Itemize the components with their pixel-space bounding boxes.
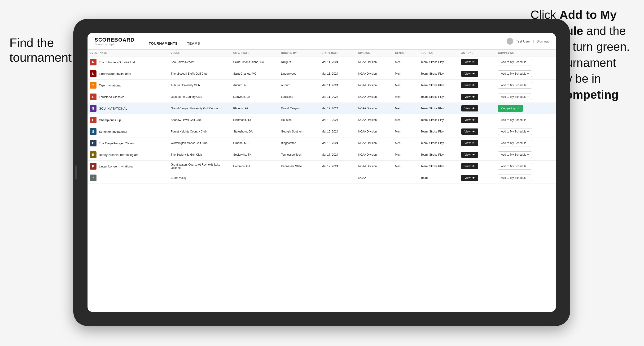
table-row: ?Brook ValleyNCAATeam,View 👁Add to My Sc…: [88, 172, 556, 184]
city-cell: Urbana, MD: [231, 138, 278, 149]
division-cell: NCAA Division I: [356, 114, 392, 126]
col-header-gender: GENDER: [392, 50, 418, 56]
team-logo: G: [90, 105, 96, 112]
competing-cell: Add to My Schedule +: [496, 91, 556, 103]
gender-cell: Men: [392, 149, 418, 161]
tablet-frame: SCOREBOARD Powered by clippd TOURNAMENTS…: [73, 19, 570, 326]
col-header-division: DIVISION: [356, 50, 392, 56]
gender-cell: Men: [392, 56, 418, 68]
start-date-cell: Mar 15, 2024: [319, 126, 356, 138]
add-to-schedule-button[interactable]: Add to My Schedule +: [498, 94, 532, 100]
add-to-schedule-button[interactable]: Add to My Schedule +: [498, 82, 532, 89]
tournaments-table: EVENT NAME VENUE CITY, STATE HOSTED BY S…: [88, 50, 556, 184]
table-row: BBobby Nichols IntercollegiateThe Sevier…: [88, 149, 556, 161]
add-to-schedule-button[interactable]: Add to My Schedule +: [498, 59, 532, 65]
col-header-city: CITY, STATE: [231, 50, 278, 56]
city-cell: Auburn, AL: [231, 80, 278, 91]
competing-cell: Competing ✓: [496, 103, 556, 114]
hosted-cell: Lindenwood: [278, 68, 319, 80]
event-name: Louisiana Classics: [99, 95, 124, 99]
add-to-schedule-button[interactable]: Add to My Schedule +: [498, 117, 532, 123]
col-header-venue: VENUE: [168, 50, 231, 56]
event-cell: GGCU INVITATIONAL: [90, 105, 166, 112]
add-to-schedule-button[interactable]: Add to My Schedule +: [498, 174, 532, 181]
sign-out-link[interactable]: Sign out: [537, 39, 549, 43]
actions-cell: View 👁: [459, 161, 496, 172]
scoring-cell: Team, Stroke Play: [418, 103, 459, 114]
view-button[interactable]: View 👁: [461, 82, 478, 88]
view-button[interactable]: View 👁: [461, 59, 478, 65]
event-name: The Johnnie - O Individual: [99, 60, 135, 64]
competing-cell: Add to My Schedule +: [496, 114, 556, 126]
add-to-schedule-button[interactable]: Add to My Schedule +: [498, 140, 532, 147]
gender-cell: Men: [392, 114, 418, 126]
view-button[interactable]: View 👁: [461, 71, 478, 77]
event-cell: BThe Carpetbagger Classic: [90, 140, 166, 147]
venue-cell: Grand Canyon University Golf Course: [168, 103, 231, 114]
view-button[interactable]: View 👁: [461, 175, 478, 181]
table-row: TTiger InvitationalAuburn University Clu…: [88, 80, 556, 91]
team-logo: L: [90, 94, 96, 100]
view-button[interactable]: View 👁: [461, 140, 478, 146]
division-cell: NCAA Division I: [356, 68, 392, 80]
scoring-cell: Team, Stroke Play: [418, 68, 459, 80]
find-tournament-annotation: Find thetournament.: [10, 35, 75, 65]
event-cell: ?: [90, 174, 166, 181]
hosted-cell: Binghamton: [278, 138, 319, 149]
competing-cell: Add to My Schedule +: [496, 149, 556, 161]
col-header-start: START DATE: [319, 50, 356, 56]
venue-cell: The Missouri Bluffs Golf Club: [168, 68, 231, 80]
add-to-schedule-button[interactable]: Add to My Schedule +: [498, 163, 532, 170]
city-cell: Phoenix, AZ: [231, 103, 278, 114]
view-button[interactable]: View 👁: [461, 117, 478, 123]
team-logo: S: [90, 128, 96, 135]
tab-teams[interactable]: TEAMS: [182, 41, 205, 49]
view-button[interactable]: View 👁: [461, 105, 478, 112]
team-logo: T: [90, 82, 96, 89]
start-date-cell: Mar 11, 2024: [319, 68, 356, 80]
table-header-row: EVENT NAME VENUE CITY, STATE HOSTED BY S…: [88, 50, 556, 56]
eye-icon: 👁: [472, 165, 475, 168]
check-icon: ✓: [517, 107, 520, 110]
view-button[interactable]: View 👁: [461, 94, 478, 100]
view-button[interactable]: View 👁: [461, 152, 478, 158]
city-cell: [231, 172, 278, 184]
city-cell: Saint Simons Island, GA: [231, 56, 278, 68]
logo-area: SCOREBOARD Powered by clippd: [94, 37, 134, 46]
table-row: RThe Johnnie - O IndividualSea Palms Res…: [88, 56, 556, 68]
scoring-cell: Team, Stroke Play: [418, 80, 459, 91]
tablet-screen: SCOREBOARD Powered by clippd TOURNAMENTS…: [88, 33, 556, 312]
start-date-cell: Mar 13, 2024: [319, 114, 356, 126]
team-logo: K: [90, 163, 96, 170]
nav-divider: |: [533, 39, 534, 43]
actions-cell: View 👁: [459, 103, 496, 114]
hosted-cell: [278, 172, 319, 184]
tab-tournaments[interactable]: TOURNAMENTS: [144, 41, 182, 49]
start-date-cell: Mar 11, 2024: [319, 56, 356, 68]
add-to-schedule-button[interactable]: Add to My Schedule +: [498, 128, 532, 135]
gender-cell: [392, 172, 418, 184]
view-button[interactable]: View 👁: [461, 129, 478, 135]
event-cell: LLouisiana Classics: [90, 94, 166, 100]
actions-cell: View 👁: [459, 80, 496, 91]
city-cell: Richmond, TX: [231, 114, 278, 126]
competing-button[interactable]: Competing ✓: [498, 105, 523, 112]
division-cell: NCAA Division I: [356, 138, 392, 149]
eye-icon: 👁: [472, 176, 475, 179]
eye-icon: 👁: [472, 95, 475, 99]
add-to-schedule-button[interactable]: Add to My Schedule +: [498, 151, 532, 158]
hosted-cell: Rutgers: [278, 56, 319, 68]
actions-cell: View 👁: [459, 91, 496, 103]
scoring-cell: Team, Stroke Play: [418, 138, 459, 149]
view-button[interactable]: View 👁: [461, 163, 478, 169]
competing-cell: Add to My Schedule +: [496, 138, 556, 149]
event-cell: SSchenkel Invitational: [90, 128, 166, 135]
division-cell: NCAA Division I: [356, 91, 392, 103]
event-name: Bobby Nichols Intercollegiate: [99, 153, 138, 157]
team-logo: L: [90, 70, 96, 77]
start-date-cell: [319, 172, 356, 184]
city-cell: Saint Charles, MO: [231, 68, 278, 80]
table-row: GGCU INVITATIONALGrand Canyon University…: [88, 103, 556, 114]
event-cell: TTiger Invitational: [90, 82, 166, 89]
add-to-schedule-button[interactable]: Add to My Schedule +: [498, 70, 532, 77]
